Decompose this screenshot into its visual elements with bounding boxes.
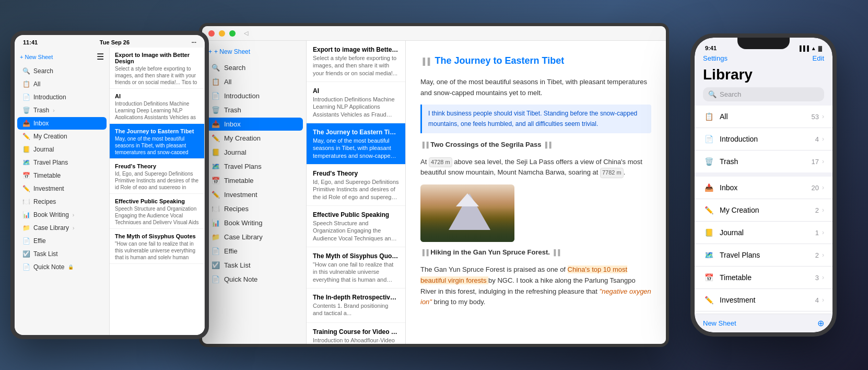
mac-sidebar-item-intro[interactable]: 📄 Introduction bbox=[205, 89, 303, 102]
ipad-new-sheet-button[interactable]: + New Sheet bbox=[20, 54, 53, 60]
ipad-sidebar-item-mycreation[interactable]: ✏️ My Creation bbox=[17, 130, 107, 143]
mac-note-item-freud[interactable]: Freud's Theory Id, Ego, and Superego Def… bbox=[307, 165, 405, 206]
ipad-sidebar-label: Search bbox=[33, 67, 53, 75]
iphone-item-travelplans[interactable]: 🗺️ Travel Plans 2 › bbox=[695, 244, 832, 267]
mac-note-item-sisyphus[interactable]: The Myth of Sisyphus Quotes "How can one… bbox=[307, 247, 405, 288]
item-count: 2 bbox=[815, 206, 819, 214]
ipad-note-item-sisyphus[interactable]: The Myth of Sisyphus Quotes "How can one… bbox=[110, 229, 204, 264]
ipad-sidebar-item-trash[interactable]: 🗑️ Trash › bbox=[17, 104, 107, 117]
iphone-item-label: Trash bbox=[720, 157, 738, 166]
journal-icon: 📒 bbox=[703, 227, 714, 238]
mac-sidebar-item-caselibrary[interactable]: 📁 Case Library bbox=[205, 230, 303, 244]
iphone-item-inbox[interactable]: 📥 Inbox 20 › bbox=[695, 177, 832, 199]
ipad-sidebar-item-introduction[interactable]: 📄 Introduction bbox=[17, 91, 107, 103]
iphone-footer: New Sheet ⊕ bbox=[695, 314, 832, 332]
mac-sidebar-item-all[interactable]: 📋 All bbox=[205, 75, 303, 88]
mac-sidebar-label: Trash bbox=[224, 106, 297, 114]
mac-sidebar-item-recipes[interactable]: 🍽️ Recipes bbox=[205, 202, 303, 215]
inbox-icon: 📥 bbox=[703, 182, 714, 193]
iphone-item-right: 2 › bbox=[815, 206, 824, 214]
ipad-sidebar-item-tasklist[interactable]: ☑️ Task List bbox=[17, 248, 107, 260]
iphone-search[interactable]: 🔍 Search bbox=[703, 87, 824, 101]
mac-sidebar-item-journal[interactable]: 📒 Journal bbox=[205, 146, 303, 159]
mac-sidebar-item-travelplans[interactable]: 🗺️ Travel Plans bbox=[205, 160, 303, 173]
iphone-item-right: 4 › bbox=[815, 296, 824, 304]
ipad-sidebar-item-timetable[interactable]: 📅 Timetable bbox=[17, 169, 107, 182]
item-count: 4 bbox=[815, 296, 819, 304]
mac-sidebar-item-investment[interactable]: ✏️ Investment bbox=[205, 188, 303, 201]
ipad-sidebar-item-all[interactable]: 📋 All bbox=[17, 78, 107, 90]
iphone-edit-link[interactable]: Edit bbox=[813, 54, 824, 62]
iphone-section-1: 📋 All 53 › 📄 Introduction bbox=[695, 106, 832, 172]
mac-note-item-retrospective[interactable]: The In-depth Retrospective of Emerging C… bbox=[307, 288, 405, 323]
iphone-item-introduction[interactable]: 📄 Introduction 4 › bbox=[695, 128, 832, 151]
ipad-content: + New Sheet ☰ 🔍 Search 📋 All 📄 Introduct… bbox=[15, 48, 205, 335]
compose-icon[interactable]: ⊕ bbox=[817, 318, 824, 328]
trash-icon: 🗑️ bbox=[212, 106, 220, 114]
mac-note-item-export[interactable]: Export to image with Better Design Selec… bbox=[307, 41, 405, 82]
ipad-sidebar-item-effie[interactable]: 📄 Effie bbox=[17, 235, 107, 247]
ipad-sidebar-item-journal[interactable]: 📒 Journal bbox=[17, 143, 107, 156]
mac-editor[interactable]: ▐▐ The Journey to Eastern Tibet May, one… bbox=[406, 41, 666, 344]
mac-note-title: The Myth of Sisyphus Quotes bbox=[313, 252, 399, 260]
mac-sidebar-item-trash[interactable]: 🗑️ Trash bbox=[205, 103, 303, 117]
mac-sidebar-item-quicknote[interactable]: 📄 Quick Note bbox=[205, 273, 303, 286]
ipad-sidebar-item-recipes[interactable]: 🍽️ Recipes bbox=[17, 195, 107, 208]
mac-note-item-training[interactable]: Training Course for Video Creators Intro… bbox=[307, 323, 405, 344]
chevron-right-icon: › bbox=[822, 206, 824, 214]
iphone-item-investment[interactable]: ✏️ Investment 4 › bbox=[695, 289, 832, 311]
trash-icon: 🗑️ bbox=[22, 107, 30, 114]
iphone-item-all[interactable]: 📋 All 53 › bbox=[695, 106, 832, 128]
mac-note-item-tibet[interactable]: The Journey to Eastern Tibet May, one of… bbox=[307, 123, 405, 165]
mac-note-title: Training Course for Video Creators bbox=[313, 328, 399, 336]
mac-sidebar-item-timetable[interactable]: 📅 Timetable bbox=[205, 174, 303, 187]
ipad-sidebar-item-inbox[interactable]: 📥 Inbox bbox=[17, 117, 107, 130]
iphone-item-timetable[interactable]: 📅 Timetable 3 › bbox=[695, 267, 832, 289]
editor-paragraph-1: May, one of the most beautiful seasons i… bbox=[420, 77, 651, 99]
ipad-note-item-freud[interactable]: Freud's Theory Id, Ego, and Superego Def… bbox=[110, 159, 204, 194]
iphone-time: 9:41 bbox=[705, 45, 717, 51]
iphone-item-right: 1 › bbox=[815, 229, 824, 237]
mac-maximize-button[interactable] bbox=[229, 30, 236, 37]
mac-note-title: Effective Public Speaking bbox=[313, 211, 399, 218]
plus-icon: + bbox=[208, 48, 212, 55]
ipad-sidebar-item-quicknote[interactable]: 📄 Quick Note 🔒 bbox=[17, 261, 107, 273]
mac-sidebar-item-creation[interactable]: ✏️ My Creation bbox=[205, 132, 303, 145]
item-count: 17 bbox=[812, 158, 819, 166]
ipad-sidebar-item-investment[interactable]: ✏️ Investment bbox=[17, 182, 107, 195]
mac-new-sheet-label: + New Sheet bbox=[214, 48, 250, 55]
iphone-new-sheet-button[interactable]: New Sheet bbox=[703, 319, 736, 327]
highlight-quote: "negative oxygen ion" bbox=[420, 287, 651, 306]
mac-sidebar-item-effie[interactable]: 📄 Effie bbox=[205, 245, 303, 258]
iphone-item-left: 📅 Timetable bbox=[703, 272, 752, 283]
mac-new-sheet-button[interactable]: + + New Sheet bbox=[208, 48, 250, 55]
iphone-item-label: Timetable bbox=[720, 273, 752, 282]
ipad-note-title: Effective Public Speaking bbox=[115, 198, 199, 204]
ipad-note-item-export[interactable]: Export to Image with Better Design Selec… bbox=[110, 48, 204, 89]
journal-icon: 📒 bbox=[22, 146, 30, 153]
ipad-sidebar-label: Introduction bbox=[33, 94, 66, 101]
ipad-note-item-ai[interactable]: AI Introduction Definitions Machine Lear… bbox=[110, 89, 204, 124]
ipad-sidebar-item-travelplans[interactable]: 🗺️ Travel Plans bbox=[17, 156, 107, 169]
mac-sidebar-item-inbox[interactable]: 📥 Inbox bbox=[205, 118, 303, 131]
iphone-settings-link[interactable]: Settings bbox=[703, 54, 728, 62]
ipad-note-item-tibet[interactable]: The Journey to Eastern Tibet May, one of… bbox=[110, 124, 204, 159]
mac-sidebar-item-tasklist[interactable]: ☑️ Task List bbox=[205, 259, 303, 272]
mac-minimize-button[interactable] bbox=[219, 30, 225, 37]
ipad-sidebar-item-search[interactable]: 🔍 Search bbox=[17, 65, 107, 77]
iphone-item-mycreation[interactable]: ✏️ My Creation 2 › bbox=[695, 199, 832, 222]
mac-note-item-speaking[interactable]: Effective Public Speaking Speech Structu… bbox=[307, 206, 405, 247]
editor-hiking-heading: ▐▐ Hiking in the Gan Yun Spruce Forest. … bbox=[420, 247, 651, 258]
ipad-sidebar-item-caselibrary[interactable]: 📁 Case Library › bbox=[17, 222, 107, 234]
mac-sidebar-item-search[interactable]: 🔍 Search bbox=[205, 61, 303, 74]
mac-sidebar-item-bookwriting[interactable]: 📊 Book Writing bbox=[205, 216, 303, 229]
iphone-item-journal[interactable]: 📒 Journal 1 › bbox=[695, 222, 832, 244]
ipad-note-item-speaking[interactable]: Effective Public Speaking Speech Structu… bbox=[110, 194, 204, 229]
mac-note-title: The In-depth Retrospective of Emerging C… bbox=[313, 294, 399, 301]
mac-note-item-ai[interactable]: AI Introduction Definitions Machine Lear… bbox=[307, 82, 405, 123]
mac-close-button[interactable] bbox=[208, 30, 215, 37]
iphone-item-trash[interactable]: 🗑️ Trash 17 › bbox=[695, 151, 832, 172]
mac-note-title: Freud's Theory bbox=[313, 170, 399, 177]
ipad-sidebar-item-bookwriting[interactable]: 📊 Book Writing › bbox=[17, 209, 107, 221]
battery-icon: ▓ bbox=[818, 45, 822, 51]
